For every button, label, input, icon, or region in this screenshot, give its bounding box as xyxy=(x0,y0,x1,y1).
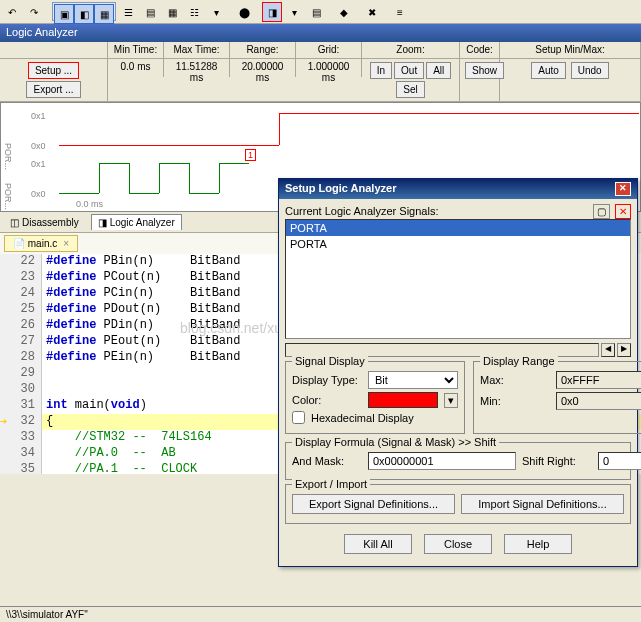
grid-val: 1.000000 ms xyxy=(296,59,362,77)
main-toolbar: ↶ ↷ ▣ ◧ ▦ ☰ ▤ ▦ ☷ ▾ ⬤ ◨ ▾ ▤ ◆ ✖ ≡ xyxy=(0,0,641,24)
formula-title: Display Formula (Signal & Mask) >> Shift xyxy=(292,436,499,448)
sort-icon[interactable]: ≡ xyxy=(390,2,410,22)
grid-hdr: Grid: xyxy=(296,42,362,58)
import-defs-button[interactable]: Import Signal Definitions... xyxy=(461,494,624,514)
close-icon[interactable]: ✕ xyxy=(615,182,631,196)
file-icon: 📄 xyxy=(13,238,25,249)
code-hdr: Code: xyxy=(460,42,500,58)
analyze-icon[interactable]: ◨ xyxy=(262,2,282,22)
export-import-title: Export / Import xyxy=(292,478,370,490)
range-hdr: Range: xyxy=(230,42,296,58)
dialog-title-bar[interactable]: Setup Logic Analyzer ✕ xyxy=(279,179,637,199)
scroll-left-icon[interactable]: ◀ xyxy=(601,343,615,357)
export-import-group: Export / Import Export Signal Definition… xyxy=(285,484,631,524)
y2: 0x1 xyxy=(31,159,46,169)
x0: 0.0 ms xyxy=(76,199,103,209)
shift-input[interactable] xyxy=(598,452,641,470)
min-input xyxy=(556,392,641,410)
undo-button[interactable]: Undo xyxy=(571,62,609,79)
close-icon[interactable]: × xyxy=(63,238,69,249)
wave-icon: ◨ xyxy=(98,217,107,228)
zoom-sel-button[interactable]: Sel xyxy=(396,81,424,98)
min-time-hdr: Min Time: xyxy=(108,42,164,58)
new-signal-icon[interactable]: ▢ xyxy=(593,204,610,219)
disasm-icon: ◫ xyxy=(10,217,19,228)
zoom-all-button[interactable]: All xyxy=(426,62,451,79)
tab-disassembly[interactable]: ◫Disassembly xyxy=(4,214,85,230)
zoom-out-button[interactable]: Out xyxy=(394,62,424,79)
analyzer-title-bar: Logic Analyzer xyxy=(0,24,641,42)
y0: 0x1 xyxy=(31,111,46,121)
wave-icon[interactable]: ▾ xyxy=(284,2,304,22)
port2-label: POR... xyxy=(3,183,13,210)
auto-button[interactable]: Auto xyxy=(531,62,566,79)
analyzer-title: Logic Analyzer xyxy=(6,26,78,38)
max-input xyxy=(556,371,641,389)
info-header: Min Time: Max Time: Range: Grid: Zoom: C… xyxy=(0,42,641,59)
tools-icon[interactable]: ✖ xyxy=(362,2,382,22)
max-time-hdr: Max Time: xyxy=(164,42,230,58)
list-icon[interactable]: ☷ xyxy=(184,2,204,22)
cascade-icon[interactable]: ◧ xyxy=(74,4,94,24)
bug-icon[interactable]: ◆ xyxy=(334,2,354,22)
window-icon[interactable]: ▣ xyxy=(54,4,74,24)
color-label: Color: xyxy=(292,394,362,406)
shift-label: Shift Right: xyxy=(522,455,592,467)
y1: 0x0 xyxy=(31,141,46,151)
tab-logic-analyzer[interactable]: ◨Logic Analyzer xyxy=(91,214,182,230)
signal-display-group: Signal Display Display Type: Bit Color: … xyxy=(285,361,465,434)
color-dd-icon[interactable]: ▾ xyxy=(444,393,458,408)
display-range-title: Display Range xyxy=(480,355,558,367)
y3: 0x0 xyxy=(31,189,46,199)
max-time-val: 11.51288 ms xyxy=(164,59,230,77)
dd1-icon[interactable]: ▾ xyxy=(206,2,226,22)
setup-button[interactable]: Setup ... xyxy=(28,62,79,79)
file-tab-main[interactable]: 📄 main.c× xyxy=(4,235,78,252)
help-button[interactable]: Help xyxy=(504,534,572,554)
formula-group: Display Formula (Signal & Mask) >> Shift… xyxy=(285,442,631,480)
port1-label: POR... xyxy=(3,143,13,170)
chart-icon[interactable]: ▤ xyxy=(306,2,326,22)
close-button[interactable]: Close xyxy=(424,534,492,554)
dialog-title: Setup Logic Analyzer xyxy=(285,182,396,196)
setup-dialog: Setup Logic Analyzer ✕ ▢ ✕ Current Logic… xyxy=(278,178,638,567)
hex-checkbox[interactable] xyxy=(292,411,305,424)
tile-h-icon[interactable]: ☰ xyxy=(118,2,138,22)
status-bar: \\3\\simulator AYF" xyxy=(0,606,641,622)
hex-label: Hexadecimal Display xyxy=(311,412,414,424)
zoom-hdr: Zoom: xyxy=(362,42,460,58)
display-range-group: Display Range Max: Min: xyxy=(473,361,641,434)
tile-v-icon[interactable]: ▤ xyxy=(140,2,160,22)
marker-1: 1 xyxy=(245,149,256,161)
zoom-in-button[interactable]: In xyxy=(370,62,392,79)
and-mask-label: And Mask: xyxy=(292,455,362,467)
min-label: Min: xyxy=(480,395,550,407)
signal-display-title: Signal Display xyxy=(292,355,368,367)
undo-icon[interactable]: ↶ xyxy=(2,2,22,22)
signals-list[interactable]: PORTA PORTA xyxy=(285,219,631,339)
delete-signal-icon[interactable]: ✕ xyxy=(615,204,631,219)
display-type-select[interactable]: Bit xyxy=(368,371,458,389)
setup-hdr: Setup Min/Max: xyxy=(500,42,641,58)
and-mask-input[interactable] xyxy=(368,452,516,470)
signals-label: Current Logic Analyzer Signals: xyxy=(285,205,631,217)
list-item[interactable]: PORTA xyxy=(286,236,630,252)
kill-all-button[interactable]: Kill All xyxy=(344,534,412,554)
range-val: 20.00000 ms xyxy=(230,59,296,77)
export-button[interactable]: Export ... xyxy=(26,81,80,98)
scroll-right-icon[interactable]: ▶ xyxy=(617,343,631,357)
tile-icon[interactable]: ▦ xyxy=(94,4,114,24)
list-item[interactable]: PORTA xyxy=(286,220,630,236)
record-icon[interactable]: ⬤ xyxy=(234,2,254,22)
redo-icon[interactable]: ↷ xyxy=(24,2,44,22)
show-button[interactable]: Show xyxy=(465,62,504,79)
min-time-val: 0.0 ms xyxy=(108,59,164,77)
color-picker[interactable] xyxy=(368,392,438,408)
export-defs-button[interactable]: Export Signal Definitions... xyxy=(292,494,455,514)
grid-icon[interactable]: ▦ xyxy=(162,2,182,22)
display-type-label: Display Type: xyxy=(292,374,362,386)
max-label: Max: xyxy=(480,374,550,386)
info-values: Setup ... Export ... 0.0 ms 11.51288 ms … xyxy=(0,59,641,102)
